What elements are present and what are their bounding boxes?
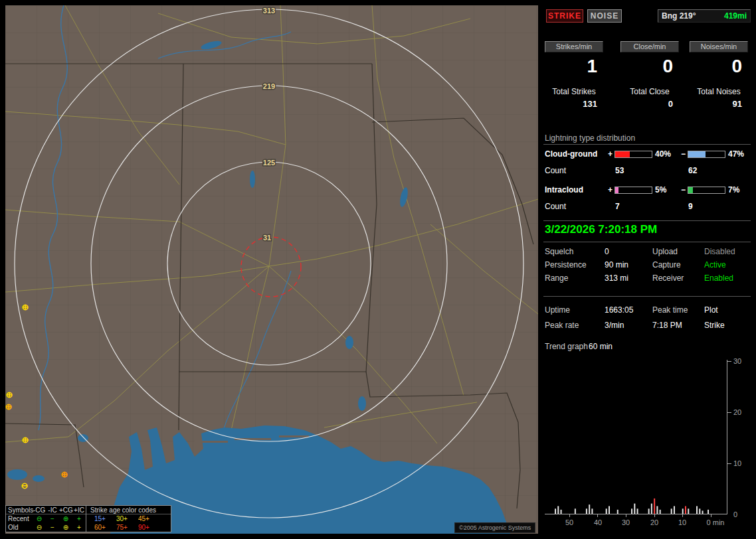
- ic-positive-bar: [614, 187, 652, 194]
- ic-negative-pct: 7%: [725, 185, 751, 194]
- separator: [543, 144, 751, 145]
- count-label: Count: [545, 202, 606, 211]
- strike-symbol: ⊕: [5, 402, 12, 412]
- neg-cg-symbol: ⊖: [33, 514, 46, 523]
- noises-per-min-button[interactable]: Noises/min: [690, 41, 748, 52]
- total-strikes-label: Total Strikes: [543, 87, 605, 96]
- noise-button[interactable]: NOISE: [587, 9, 622, 23]
- pos-cg-symbol: ⊕: [59, 514, 72, 523]
- plus-sign: +: [606, 149, 614, 159]
- capture-status: Active: [704, 260, 726, 270]
- legend-col-pos-ic: +IC: [72, 506, 86, 514]
- cg-negative-fill: [688, 151, 706, 157]
- cg-negative-pct: 47%: [725, 149, 751, 159]
- trend-bars: [555, 499, 708, 514]
- strike-symbol: ⊕: [6, 390, 13, 400]
- pos-ic-symbol: +: [72, 523, 86, 532]
- x-tick-50: 50: [565, 518, 573, 526]
- status-panel: STRIKE NOISE Bng 219° 419mi Strikes/min …: [543, 5, 751, 534]
- x-tick-20: 20: [650, 518, 658, 526]
- y-tick-20: 20: [733, 408, 741, 416]
- x-tick-10: 10: [678, 518, 686, 526]
- trend-graph: 30 20 10 0 50 40 30 20 10 0 min: [543, 356, 751, 534]
- cloud-ground-row: Cloud-ground + 40% − 47%: [545, 149, 751, 159]
- age-90: 90+: [138, 523, 160, 532]
- peak-time-value: 7:18 PM: [652, 321, 682, 330]
- plot-label: Plot: [704, 305, 718, 315]
- legend-col-neg-cg: -CG: [33, 506, 46, 514]
- neg-ic-symbol: −: [46, 523, 59, 532]
- minus-sign: −: [679, 185, 688, 194]
- peak-time-label: Peak time: [652, 305, 688, 315]
- neg-ic-symbol: −: [46, 514, 59, 523]
- total-close-value: 0: [620, 99, 679, 109]
- cg-positive-fill: [615, 151, 630, 157]
- cg-negative-count: 62: [688, 166, 725, 175]
- map-display[interactable]: 313 219 125 31 ⊕⊕⊕⊕⊕⊖⊕ Symbols -CG -IC +…: [5, 5, 538, 534]
- strike-symbol: ⊕: [61, 469, 68, 479]
- separator: [543, 242, 751, 242]
- age-45: 45+: [138, 514, 160, 523]
- ic-positive-count: 7: [614, 202, 652, 211]
- intracloud-label: Intracloud: [545, 185, 606, 194]
- y-tick-0: 0: [733, 510, 737, 518]
- x-tick-30: 30: [622, 518, 630, 526]
- current-datetime: 3/22/2026 7:20:18 PM: [545, 223, 657, 236]
- legend-recent-label: Recent: [6, 514, 33, 523]
- upload-label: Upload: [652, 247, 678, 256]
- map-canvas: 313 219 125 31 ⊕⊕⊕⊕⊕⊖⊕: [5, 5, 538, 534]
- status-row-squelch: Squelch 0 Upload Disabled: [545, 247, 749, 260]
- legend-recent-row: Recent ⊖ − ⊕ + 15+ 30+ 45+: [6, 514, 171, 523]
- legend-col-pos-cg: +CG: [59, 506, 72, 514]
- x-tick-0: 0 min: [707, 518, 725, 526]
- close-per-min-value: 0: [620, 56, 679, 77]
- strike-symbol: ⊖: [21, 481, 29, 491]
- pos-cg-symbol: ⊕: [59, 523, 72, 532]
- separator: [543, 296, 751, 297]
- cloud-ground-label: Cloud-ground: [545, 149, 606, 159]
- minus-sign: −: [679, 149, 688, 159]
- ring-label-219: 219: [263, 82, 275, 90]
- age-75: 75+: [116, 523, 138, 532]
- y-tick-10: 10: [733, 459, 741, 467]
- squelch-label: Squelch: [545, 247, 573, 256]
- x-tick-40: 40: [594, 518, 602, 526]
- total-close-label: Total Close: [619, 87, 680, 96]
- legend-age-title: Strike age color codes: [86, 506, 171, 514]
- neg-cg-symbol: ⊖: [33, 523, 46, 532]
- trend-axes: [545, 360, 731, 517]
- legend-old-label: Old: [6, 523, 33, 532]
- distribution-title: Lightning type distribution: [545, 133, 635, 143]
- count-label: Count: [545, 166, 606, 175]
- receiver-status: Enabled: [704, 273, 733, 283]
- total-noises-label: Total Noises: [688, 87, 749, 96]
- cg-positive-count: 53: [614, 166, 652, 175]
- uptime-label: Uptime: [545, 305, 570, 315]
- capture-label: Capture: [652, 260, 681, 270]
- uptime-value: 1663:05: [605, 305, 633, 315]
- trend-header-row: Trend graph 60 min: [545, 342, 749, 355]
- close-per-min-button[interactable]: Close/min: [620, 41, 679, 52]
- copyright-notice: ©2005 Astrogenic Systems: [454, 522, 535, 533]
- ic-positive-pct: 5%: [652, 185, 679, 194]
- legend-col-neg-ic: -IC: [46, 506, 59, 514]
- ring-label-125: 125: [263, 159, 275, 167]
- legend-old-row: Old ⊖ − ⊕ + 60+ 75+ 90+: [6, 523, 171, 532]
- ring-label-31: 31: [263, 234, 271, 242]
- stats-row-uptime: Uptime 1663:05 Peak time Plot: [545, 305, 749, 319]
- separator: [543, 220, 751, 221]
- bearing-distance-box: Bng 219° 419mi: [658, 9, 751, 23]
- trend-axis-labels: 30 20 10 0 50 40 30 20 10 0 min: [565, 357, 741, 526]
- cg-negative-bar: [688, 151, 725, 158]
- strike-button[interactable]: STRIKE: [546, 9, 583, 23]
- strikes-per-min-button[interactable]: Strikes/min: [545, 41, 603, 52]
- strikes-per-min-value: 1: [545, 56, 603, 77]
- ic-positive-fill: [615, 187, 618, 193]
- strike-symbol: ⊕: [22, 302, 29, 312]
- legend-symbols-title: Symbols: [6, 506, 33, 514]
- peak-rate-value: 3/min: [605, 321, 624, 330]
- plus-sign: +: [606, 185, 614, 194]
- age-30: 30+: [116, 514, 138, 523]
- noises-per-min-value: 0: [690, 56, 748, 77]
- persistence-label: Persistence: [545, 260, 587, 270]
